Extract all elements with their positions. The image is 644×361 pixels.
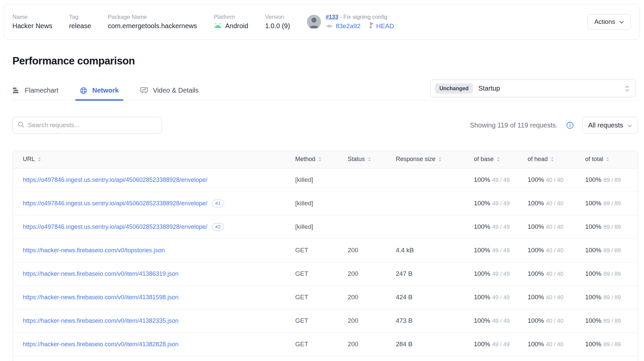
- request-url-link[interactable]: https://hacker-news.firebaseio.com/v0/it…: [23, 270, 178, 277]
- sort-icon: [496, 156, 500, 163]
- chevron-down-icon: [628, 121, 632, 129]
- of-base-cell: 100%49 / 49: [465, 215, 519, 239]
- build-header-card: Name Hacker News Tag release Package Nam…: [4, 4, 640, 40]
- info-icon[interactable]: [566, 121, 574, 129]
- field-package-name-label: Package Name: [108, 14, 197, 20]
- request-url-link[interactable]: https://hacker-news.firebaseio.com/v0/to…: [23, 247, 165, 254]
- field-version-label: Version: [265, 14, 290, 20]
- column-header-of-head[interactable]: of head: [519, 151, 576, 168]
- showing-requests-text: Showing 119 of 119 requests.: [470, 121, 558, 129]
- of-head-cell: 100%40 / 40: [519, 332, 576, 356]
- field-name-label: Name: [12, 14, 52, 20]
- response-size-cell: 247 B: [387, 262, 465, 286]
- field-tag: Tag release: [69, 14, 91, 30]
- tab-flamechart-label: Flamechart: [25, 87, 58, 94]
- chevron-up-down-icon: [625, 85, 630, 92]
- field-name: Name Hacker News: [12, 14, 52, 30]
- status-cell: 200: [339, 286, 387, 309]
- status-cell: 200: [339, 309, 387, 332]
- of-total-cell: [576, 356, 638, 361]
- request-url-link[interactable]: https://o497846.ingest.us.sentry.io/api/…: [23, 200, 207, 207]
- response-size-cell: [387, 168, 465, 192]
- field-package-name-value: com.emergetools.hackernews: [108, 22, 197, 30]
- of-total-cell: 100%89 / 89: [576, 239, 638, 262]
- column-header-url[interactable]: URL: [13, 151, 286, 168]
- sort-icon: [606, 156, 609, 163]
- method-cell: GET: [286, 309, 339, 332]
- tab-video-details-label: Video & Details: [153, 87, 199, 94]
- request-url-link[interactable]: https://hacker-news.firebaseio.com/v0/it…: [23, 341, 178, 348]
- flamechart-icon: [12, 87, 20, 94]
- scenario-value: Startup: [478, 85, 500, 92]
- status-cell: [339, 192, 387, 215]
- pr-message: - Fix signing config: [340, 14, 387, 20]
- requests-table: URL Method Status Response size of base …: [12, 151, 638, 361]
- of-total-cell: 100%89 / 89: [576, 309, 638, 332]
- branch-icon: [369, 22, 374, 30]
- of-base-cell: 100%49 / 49: [465, 309, 519, 332]
- request-url-link[interactable]: https://o497846.ingest.us.sentry.io/api/…: [23, 223, 207, 230]
- field-platform-value: Android: [214, 22, 248, 30]
- column-header-method[interactable]: Method: [286, 151, 339, 168]
- chevron-down-icon: [619, 18, 624, 25]
- of-base-cell: 100%49 / 49: [465, 262, 519, 286]
- response-size-cell: 284 B: [387, 332, 465, 356]
- status-cell: 200: [339, 262, 387, 286]
- requests-filter-label: All requests: [588, 121, 624, 129]
- of-head-cell: 100%40 / 40: [519, 192, 576, 215]
- tab-flamechart[interactable]: Flamechart: [12, 87, 58, 100]
- of-head-cell: 100%40 / 40: [519, 309, 576, 332]
- sort-icon: [318, 156, 322, 163]
- field-version: Version 1.0.0 (9): [265, 14, 290, 30]
- request-url-link[interactable]: https://hacker-news.firebaseio.com/v0/it…: [23, 294, 178, 301]
- table-row: https://o497846.ingest.us.sentry.io/api/…: [13, 168, 638, 192]
- of-head-cell: 100%40 / 40: [519, 239, 576, 262]
- status-cell: [339, 168, 387, 192]
- table-row: [13, 356, 638, 361]
- of-head-cell: 100%40 / 40: [519, 168, 576, 192]
- method-cell: GET: [286, 262, 339, 286]
- method-cell: [killed]: [286, 215, 339, 239]
- of-head-cell: [519, 356, 576, 361]
- status-cell: 200: [339, 332, 387, 356]
- tab-bar: Flamechart Network Video &: [12, 87, 638, 100]
- column-header-status[interactable]: Status: [339, 151, 387, 168]
- column-header-of-base[interactable]: of base: [465, 151, 519, 168]
- tab-video-details[interactable]: Video & Details: [140, 87, 199, 100]
- field-name-value: Hacker News: [12, 22, 52, 30]
- status-cell: [339, 215, 387, 239]
- of-total-cell: 100%89 / 89: [576, 262, 638, 286]
- table-row: https://o497846.ingest.us.sentry.io/api/…: [13, 215, 638, 239]
- sort-icon: [550, 156, 554, 163]
- of-total-cell: 100%89 / 89: [576, 168, 638, 192]
- response-size-cell: [387, 356, 465, 361]
- of-base-cell: 100%49 / 49: [465, 332, 519, 356]
- scenario-select[interactable]: Unchanged Startup: [430, 80, 636, 97]
- sort-icon: [38, 156, 41, 163]
- branch-link[interactable]: HEAD: [376, 22, 394, 30]
- sort-icon: [368, 156, 371, 163]
- android-icon: [214, 22, 222, 30]
- requests-toolbar: Showing 119 of 119 requests. All request…: [12, 117, 638, 134]
- request-count-badge: #2: [212, 223, 224, 231]
- column-header-response-size[interactable]: Response size: [387, 151, 465, 168]
- tab-network[interactable]: Network: [80, 87, 119, 100]
- of-base-cell: 100%49 / 49: [465, 239, 519, 262]
- method-cell: [286, 356, 339, 361]
- requests-filter-button[interactable]: All requests: [582, 117, 638, 134]
- request-url-link[interactable]: https://o497846.ingest.us.sentry.io/api/…: [23, 176, 207, 183]
- method-cell: [killed]: [286, 168, 339, 192]
- table-row: https://hacker-news.firebaseio.com/v0/it…: [13, 286, 638, 309]
- video-details-icon: [140, 87, 148, 94]
- of-base-cell: 100%49 / 49: [465, 192, 519, 215]
- pr-block: #133 - Fix signing config 83e2a92: [307, 14, 394, 30]
- request-url-link[interactable]: https://hacker-news.firebaseio.com/v0/it…: [23, 317, 178, 324]
- table-header-row: URL Method Status Response size of base …: [13, 151, 638, 168]
- status-cell: [339, 356, 387, 361]
- actions-button[interactable]: Actions: [587, 14, 631, 30]
- column-header-of-total[interactable]: of total: [576, 151, 638, 168]
- commit-hash-link[interactable]: 83e2a92: [336, 22, 361, 30]
- search-input[interactable]: [28, 121, 157, 129]
- tab-network-label: Network: [92, 87, 119, 94]
- pr-number-link[interactable]: #133: [326, 14, 338, 20]
